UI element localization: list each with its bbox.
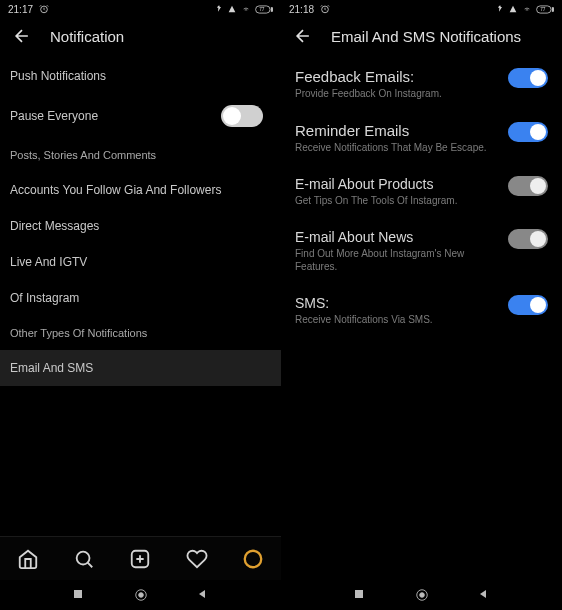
app-header: Notification [0,18,281,58]
app-bottom-nav [0,536,281,580]
svg-point-4 [77,551,90,564]
sys-back-button[interactable] [477,588,491,602]
menu-direct-messages[interactable]: Direct Messages [0,208,281,244]
svg-rect-12 [552,7,553,11]
status-icons: 77 [497,5,554,14]
pause-label: Pause Everyone [10,109,98,123]
system-nav-bar [0,580,281,610]
sys-home-button[interactable] [415,588,429,602]
settings-list: Push Notifications Pause Everyone Posts,… [0,58,281,536]
status-bar: 21:18 77 [281,0,562,18]
status-time: 21:17 [8,4,33,15]
setting-feedback-emails: Feedback Emails: Provide Feedback On Ins… [281,58,562,112]
menu-other-types[interactable]: Other Types Of Notifications [0,316,281,350]
svg-rect-7 [74,590,82,598]
pause-toggle[interactable] [221,105,263,127]
page-title: Email And SMS Notifications [331,28,521,45]
sys-recent-button[interactable] [72,588,86,602]
feedback-emails-toggle[interactable] [508,68,548,88]
setting-title: SMS: [295,295,498,311]
alarm-icon [320,4,330,14]
svg-point-16 [419,593,424,598]
profile-icon[interactable] [242,548,264,570]
reminder-emails-toggle[interactable] [508,122,548,142]
setting-title: Feedback Emails: [295,68,498,85]
alarm-icon [39,4,49,14]
sys-back-button[interactable] [196,588,210,602]
svg-point-9 [138,593,143,598]
menu-email-sms[interactable]: Email And SMS [0,350,281,386]
setting-title: Reminder Emails [295,122,498,139]
menu-posts-stories[interactable]: Posts, Stories And Comments [0,138,281,172]
activity-icon[interactable] [186,548,208,570]
setting-title: E-mail About Products [295,176,498,192]
setting-desc: Receive Notifications Via SMS. [295,313,498,326]
setting-email-news: E-mail About News Find Out More About In… [281,219,562,285]
sys-home-button[interactable] [134,588,148,602]
menu-pause-everyone[interactable]: Pause Everyone [0,94,281,138]
svg-text:77: 77 [540,7,546,12]
add-post-icon[interactable] [129,548,151,570]
status-time: 21:18 [289,4,314,15]
search-icon[interactable] [73,548,95,570]
menu-push-notifications[interactable]: Push Notifications [0,58,281,94]
email-news-toggle[interactable] [508,229,548,249]
svg-point-6 [245,550,262,567]
menu-accounts-followers[interactable]: Accounts You Follow Gia And Followers [0,172,281,208]
sys-recent-button[interactable] [353,588,367,602]
svg-rect-2 [271,7,272,11]
home-icon[interactable] [17,548,39,570]
setting-desc: Find Out More About Instagram's New Feat… [295,247,498,273]
setting-desc: Get Tips On The Tools Of Instagram. [295,194,498,207]
setting-desc: Receive Notifications That May Be Escape… [295,141,498,154]
status-bar: 21:17 77 [0,0,281,18]
email-sms-settings-list: Feedback Emails: Provide Feedback On Ins… [281,58,562,580]
setting-title: E-mail About News [295,229,498,245]
setting-reminder-emails: Reminder Emails Receive Notifications Th… [281,112,562,166]
back-button[interactable] [12,26,32,46]
menu-of-instagram[interactable]: Of Instagram [0,280,281,316]
screen-notification-settings: 21:17 77 Notification Push Notifications… [0,0,281,610]
setting-sms: SMS: Receive Notifications Via SMS. [281,285,562,338]
page-title: Notification [50,28,124,45]
screen-email-sms-notifications: 21:18 77 Email And SMS Notifications Fee… [281,0,562,610]
svg-text:77: 77 [259,7,265,12]
setting-desc: Provide Feedback On Instagram. [295,87,498,100]
system-nav-bar [281,580,562,610]
svg-rect-14 [355,590,363,598]
app-header: Email And SMS Notifications [281,18,562,58]
back-button[interactable] [293,26,313,46]
setting-email-products: E-mail About Products Get Tips On The To… [281,166,562,219]
status-icons: 77 [216,5,273,14]
sms-toggle[interactable] [508,295,548,315]
email-products-toggle[interactable] [508,176,548,196]
menu-live-igtv[interactable]: Live And IGTV [0,244,281,280]
